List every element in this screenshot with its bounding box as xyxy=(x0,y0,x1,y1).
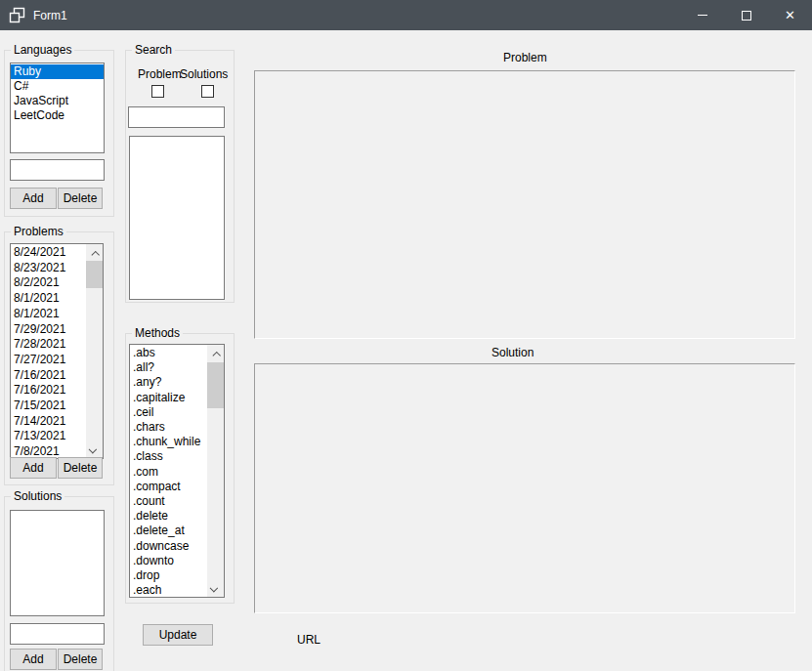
solution-delete-button[interactable]: Delete xyxy=(58,649,103,670)
method-list-item[interactable]: .class xyxy=(130,449,207,464)
solution-display-panel xyxy=(254,363,795,613)
minimize-button[interactable] xyxy=(680,0,724,30)
language-list-item[interactable]: Ruby xyxy=(11,64,104,79)
method-list-item[interactable]: .capitalize xyxy=(130,391,207,405)
method-list-item[interactable]: .count xyxy=(130,494,207,509)
problem-date-item[interactable]: 7/28/2021 xyxy=(11,337,86,353)
language-list-item[interactable]: JavaScript xyxy=(11,94,104,108)
method-list-item[interactable]: .compact xyxy=(130,480,207,494)
search-solutions-label: Solutions xyxy=(180,67,228,81)
scroll-down-icon[interactable] xyxy=(207,580,224,597)
method-list-item[interactable]: .ceil xyxy=(130,405,207,420)
problem-date-item[interactable]: 7/13/2021 xyxy=(11,429,86,444)
problem-date-item[interactable]: 7/15/2021 xyxy=(11,398,86,414)
methods-scrollbar-thumb[interactable] xyxy=(207,362,224,408)
problem-date-item[interactable]: 7/27/2021 xyxy=(11,353,86,368)
form-icon xyxy=(9,7,25,23)
close-button[interactable]: ✕ xyxy=(768,0,812,30)
languages-listbox[interactable]: RubyC#JavaScriptLeetCode xyxy=(10,63,105,153)
languages-group-label: Languages xyxy=(11,43,74,57)
problem-date-item[interactable]: 7/16/2021 xyxy=(11,383,86,398)
method-list-item[interactable]: .chars xyxy=(130,420,207,435)
scroll-up-icon[interactable] xyxy=(86,244,103,261)
language-add-button[interactable]: Add xyxy=(10,188,57,209)
method-list-item[interactable]: .downcase xyxy=(130,539,207,554)
method-list-item[interactable]: .delete_at xyxy=(130,524,207,538)
problem-delete-button[interactable]: Delete xyxy=(58,457,103,479)
url-label: URL xyxy=(297,633,321,647)
search-group-label: Search xyxy=(132,43,175,57)
window-title: Form1 xyxy=(33,9,67,22)
method-list-item[interactable]: .drop xyxy=(130,568,207,583)
solutions-group-label: Solutions xyxy=(11,489,64,503)
problems-scrollbar[interactable] xyxy=(86,244,103,458)
maximize-button[interactable] xyxy=(724,0,768,30)
method-list-item[interactable]: .each xyxy=(130,583,207,598)
methods-group-label: Methods xyxy=(132,326,183,340)
solutions-listbox[interactable] xyxy=(10,510,105,616)
problem-panel-label: Problem xyxy=(503,51,547,64)
minimize-icon xyxy=(698,15,707,16)
close-icon: ✕ xyxy=(785,9,795,21)
problem-date-item[interactable]: 8/2/2021 xyxy=(11,275,86,291)
problem-date-item[interactable]: 8/1/2021 xyxy=(11,307,86,322)
problem-date-item[interactable]: 8/24/2021 xyxy=(11,245,86,261)
methods-scrollbar[interactable] xyxy=(207,345,224,597)
problems-listbox[interactable]: 8/24/20218/23/20218/2/20218/1/20218/1/20… xyxy=(10,243,104,459)
method-list-item[interactable]: .any? xyxy=(130,375,207,390)
update-button[interactable]: Update xyxy=(143,624,213,646)
problem-date-item[interactable]: 7/14/2021 xyxy=(11,414,86,430)
problem-display-panel xyxy=(254,70,795,339)
maximize-icon xyxy=(742,11,751,21)
method-list-item[interactable]: .chunk_while xyxy=(130,435,207,449)
language-list-item[interactable]: C# xyxy=(11,79,104,94)
method-list-item[interactable]: .abs xyxy=(130,346,207,360)
method-list-item[interactable]: .downto xyxy=(130,554,207,568)
problem-add-button[interactable]: Add xyxy=(10,457,57,479)
solution-panel-label: Solution xyxy=(491,346,534,359)
methods-listbox[interactable]: .abs.all?.any?.capitalize.ceil.chars.chu… xyxy=(129,344,225,598)
method-list-item[interactable]: .com xyxy=(130,465,207,480)
language-list-item[interactable]: LeetCode xyxy=(11,108,104,123)
method-list-item[interactable]: .all? xyxy=(130,360,207,375)
language-input[interactable] xyxy=(10,159,105,181)
search-solutions-checkbox[interactable] xyxy=(201,85,214,98)
search-problem-label: Problem xyxy=(138,67,182,81)
problem-date-item[interactable]: 8/1/2021 xyxy=(11,291,86,307)
scroll-up-icon[interactable] xyxy=(207,345,224,361)
search-input[interactable] xyxy=(128,106,225,128)
problem-date-item[interactable]: 7/29/2021 xyxy=(11,322,86,338)
problem-date-item[interactable]: 7/16/2021 xyxy=(11,368,86,384)
problems-group-label: Problems xyxy=(11,225,66,238)
language-delete-button[interactable]: Delete xyxy=(58,188,103,209)
problem-date-item[interactable]: 8/23/2021 xyxy=(11,261,86,276)
scroll-down-icon[interactable] xyxy=(86,441,103,458)
solution-add-button[interactable]: Add xyxy=(10,649,57,670)
form-client-area: Languages RubyC#JavaScriptLeetCode Add D… xyxy=(0,30,812,671)
form1-window: Form1 ✕ Languages RubyC#JavaScriptLeetCo… xyxy=(0,0,812,671)
problems-scrollbar-thumb[interactable] xyxy=(86,261,103,288)
title-bar[interactable]: Form1 ✕ xyxy=(0,0,812,30)
method-list-item[interactable]: .delete xyxy=(130,509,207,524)
search-problem-checkbox[interactable] xyxy=(151,85,164,98)
search-results-listbox[interactable] xyxy=(129,136,225,300)
solution-input[interactable] xyxy=(10,623,105,645)
